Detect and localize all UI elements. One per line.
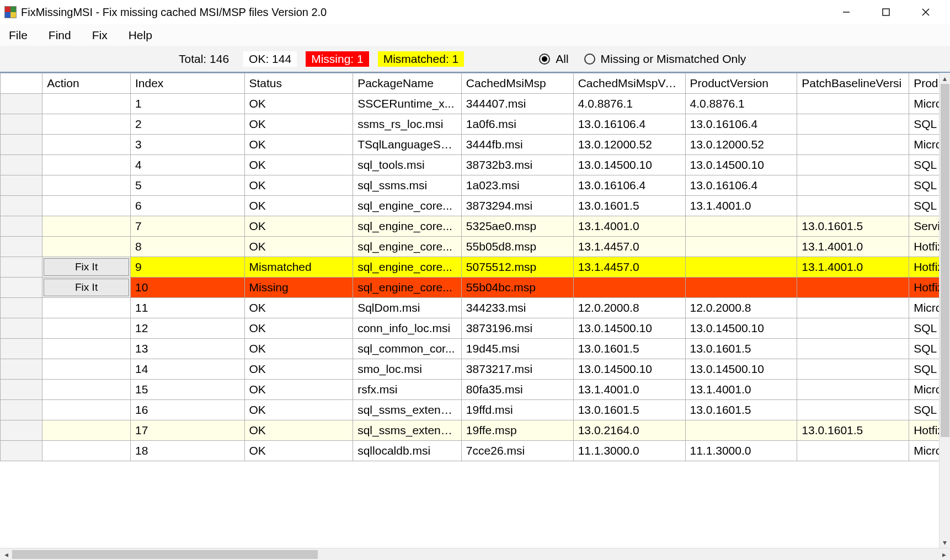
- scroll-down-icon[interactable]: ▾: [940, 537, 951, 548]
- cell-pver[interactable]: 12.0.2000.8: [685, 298, 797, 318]
- cell-cver[interactable]: 12.0.2000.8: [573, 298, 685, 318]
- horizontal-scrollbar[interactable]: ◂ ▸: [0, 548, 950, 560]
- table-row[interactable]: 18OKsqllocaldb.msi7cce26.msi11.1.3000.01…: [1, 441, 950, 461]
- cell-pbver[interactable]: 13.1.4001.0: [797, 237, 909, 257]
- table-row[interactable]: Fix It9Mismatchedsql_engine_core...50755…: [1, 257, 950, 278]
- cell-pbver[interactable]: [797, 196, 909, 216]
- cell-package[interactable]: TSqlLanguageSe...: [353, 135, 462, 155]
- cell-cached[interactable]: 80fa35.msi: [461, 380, 573, 400]
- cell-pver[interactable]: 13.0.1601.5: [685, 400, 797, 420]
- cell-package[interactable]: sql_engine_core...: [353, 196, 462, 216]
- table-row[interactable]: 12OKconn_info_loc.msi3873196.msi13.0.145…: [1, 318, 950, 339]
- table-row[interactable]: Fix It10Missingsql_engine_core...55b04bc…: [1, 278, 950, 298]
- cell-pver[interactable]: 13.0.14500.10: [685, 318, 797, 339]
- cell-package[interactable]: smo_loc.msi: [353, 359, 462, 380]
- cell-cver[interactable]: 13.0.16106.4: [573, 175, 685, 196]
- cell-index[interactable]: 4: [131, 155, 245, 175]
- cell-pver[interactable]: 13.1.4001.0: [685, 380, 797, 400]
- cell-cached[interactable]: 344407.msi: [461, 94, 573, 114]
- table-row[interactable]: 3OKTSqlLanguageSe...3444fb.msi13.0.12000…: [1, 135, 950, 155]
- fix-it-button[interactable]: Fix It: [44, 279, 129, 296]
- cell-pbver[interactable]: [797, 298, 909, 318]
- cell-status[interactable]: OK: [244, 135, 353, 155]
- cell-cver[interactable]: 13.0.12000.52: [573, 135, 685, 155]
- cell-status[interactable]: OK: [244, 114, 353, 135]
- cell-package[interactable]: sql_engine_core...: [353, 216, 462, 237]
- table-row[interactable]: 13OKsql_common_cor...19d45.msi13.0.1601.…: [1, 339, 950, 359]
- cell-status[interactable]: OK: [244, 216, 353, 237]
- cell-index[interactable]: 14: [131, 359, 245, 380]
- cell-pbver[interactable]: [797, 318, 909, 339]
- col-pver[interactable]: ProductVersion: [685, 73, 797, 94]
- cell-index[interactable]: 7: [131, 216, 245, 237]
- cell-package[interactable]: sql_engine_core...: [353, 278, 462, 298]
- cell-package[interactable]: rsfx.msi: [353, 380, 462, 400]
- table-row[interactable]: 4OKsql_tools.msi38732b3.msi13.0.14500.10…: [1, 155, 950, 175]
- cell-status[interactable]: OK: [244, 196, 353, 216]
- hscroll-track[interactable]: [12, 548, 938, 560]
- cell-status[interactable]: OK: [244, 237, 353, 257]
- cell-package[interactable]: sql_ssms.msi: [353, 175, 462, 196]
- cell-index[interactable]: 16: [131, 400, 245, 420]
- cell-package[interactable]: sqllocaldb.msi: [353, 441, 462, 461]
- cell-cver[interactable]: 13.1.4457.0: [573, 257, 685, 278]
- cell-cver[interactable]: 13.0.14500.10: [573, 359, 685, 380]
- row-header-cell[interactable]: [1, 339, 42, 359]
- table-row[interactable]: 14OKsmo_loc.msi3873217.msi13.0.14500.101…: [1, 359, 950, 380]
- cell-cached[interactable]: 19ffe.msp: [461, 420, 573, 441]
- row-header-cell[interactable]: [1, 298, 42, 318]
- cell-index[interactable]: 15: [131, 380, 245, 400]
- cell-pver[interactable]: [685, 257, 797, 278]
- row-header-cell[interactable]: [1, 175, 42, 196]
- cell-pbver[interactable]: 13.1.4001.0: [797, 257, 909, 278]
- filter-all[interactable]: All: [539, 52, 568, 66]
- table-row[interactable]: 2OKssms_rs_loc.msi1a0f6.msi13.0.16106.41…: [1, 114, 950, 135]
- cell-cached[interactable]: 344233.msi: [461, 298, 573, 318]
- cell-pbver[interactable]: [797, 278, 909, 298]
- cell-pver[interactable]: 13.0.14500.10: [685, 359, 797, 380]
- cell-cached[interactable]: 5325ae0.msp: [461, 216, 573, 237]
- cell-pbver[interactable]: [797, 339, 909, 359]
- vertical-scrollbar[interactable]: ▴ ▾: [939, 73, 950, 548]
- cell-index[interactable]: 18: [131, 441, 245, 461]
- cell-cver[interactable]: 13.0.1601.5: [573, 339, 685, 359]
- cell-cver[interactable]: 13.1.4001.0: [573, 380, 685, 400]
- cell-index[interactable]: 1: [131, 94, 245, 114]
- cell-cached[interactable]: 55b05d8.msp: [461, 237, 573, 257]
- hscroll-thumb[interactable]: [12, 550, 318, 559]
- cell-status[interactable]: OK: [244, 420, 353, 441]
- cell-cached[interactable]: 1a023.msi: [461, 175, 573, 196]
- row-header-cell[interactable]: [1, 135, 42, 155]
- cell-cver[interactable]: 13.0.14500.10: [573, 155, 685, 175]
- row-header-cell[interactable]: [1, 216, 42, 237]
- cell-cver[interactable]: 13.0.2164.0: [573, 420, 685, 441]
- col-pbver[interactable]: PatchBaselineVersi: [797, 73, 909, 94]
- cell-cached[interactable]: 19d45.msi: [461, 339, 573, 359]
- cell-pbver[interactable]: [797, 380, 909, 400]
- cell-pver[interactable]: 11.1.3000.0: [685, 441, 797, 461]
- cell-pbver[interactable]: [797, 400, 909, 420]
- minimize-button[interactable]: [826, 0, 866, 24]
- cell-cver[interactable]: 13.1.4001.0: [573, 216, 685, 237]
- cell-cached[interactable]: 19ffd.msi: [461, 400, 573, 420]
- col-cached[interactable]: CachedMsiMsp: [461, 73, 573, 94]
- cell-package[interactable]: sql_engine_core...: [353, 237, 462, 257]
- vscroll-track[interactable]: [940, 84, 950, 537]
- cell-index[interactable]: 10: [131, 278, 245, 298]
- scroll-right-icon[interactable]: ▸: [938, 548, 950, 561]
- row-header-cell[interactable]: [1, 318, 42, 339]
- cell-cached[interactable]: 1a0f6.msi: [461, 114, 573, 135]
- col-package[interactable]: PackageName: [353, 73, 462, 94]
- cell-index[interactable]: 6: [131, 196, 245, 216]
- cell-pbver[interactable]: [797, 114, 909, 135]
- cell-cached[interactable]: 3444fb.msi: [461, 135, 573, 155]
- cell-cver[interactable]: 13.0.1601.5: [573, 196, 685, 216]
- cell-pver[interactable]: 13.0.16106.4: [685, 175, 797, 196]
- cell-cached[interactable]: 3873294.msi: [461, 196, 573, 216]
- cell-cver[interactable]: 11.1.3000.0: [573, 441, 685, 461]
- cell-status[interactable]: OK: [244, 359, 353, 380]
- cell-status[interactable]: OK: [244, 175, 353, 196]
- cell-status[interactable]: OK: [244, 441, 353, 461]
- cell-status[interactable]: OK: [244, 94, 353, 114]
- cell-cached[interactable]: 3873196.msi: [461, 318, 573, 339]
